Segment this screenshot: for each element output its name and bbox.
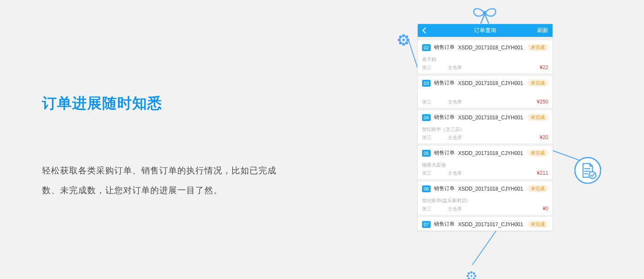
- order-person: 张三: [422, 134, 431, 141]
- decor-line: [553, 150, 601, 169]
- svg-point-9: [402, 39, 405, 41]
- order-code: XSDD_20171018_CJYH001: [458, 150, 523, 156]
- order-item[interactable]: 05 销售订单 XSDD_20171018_CJYH001 未完成 物美大卖场 …: [418, 146, 553, 179]
- bow-icon: [470, 6, 500, 24]
- order-type: 销售订单: [434, 114, 455, 121]
- status-badge: 未完成: [527, 221, 548, 228]
- order-customer: 世纪联华(益乐新村店): [422, 197, 548, 204]
- status-badge: 未完成: [527, 44, 548, 51]
- order-warehouse: 主仓库: [448, 170, 462, 176]
- order-person: 张三: [422, 170, 431, 176]
- order-query-panel: 订单查询 刷新 02 销售订单 XSDD_20171018_CJYH001 未完…: [417, 24, 553, 231]
- svg-point-18: [471, 275, 472, 277]
- order-seq-badge: 07: [422, 221, 431, 228]
- order-list: 02 销售订单 XSDD_20171018_CJYH001 未完成 老干妈 张三…: [418, 40, 553, 230]
- order-customer: 老干妈: [422, 56, 548, 63]
- order-person: 张三: [422, 64, 431, 71]
- document-check-icon: [574, 157, 601, 184]
- svg-point-12: [467, 275, 469, 277]
- order-item[interactable]: 04 销售订单 XSDD_20171018_CJYH001 未完成 世纪联华（文…: [418, 110, 553, 143]
- svg-point-2: [402, 43, 405, 46]
- hero-title: 订单进展随时知悉: [42, 94, 283, 113]
- order-seq-badge: 02: [422, 44, 431, 51]
- svg-point-3: [398, 39, 401, 42]
- order-warehouse: 主仓库: [448, 99, 462, 105]
- order-person: 张三: [422, 99, 431, 105]
- status-badge: 未完成: [527, 185, 548, 192]
- status-badge: 未完成: [527, 149, 548, 157]
- panel-title: 订单查询: [418, 27, 553, 34]
- order-item[interactable]: 07 销售订单 XSDD_20171017_CJYH001 未完成: [418, 217, 553, 230]
- svg-point-5: [399, 36, 402, 39]
- order-customer: 世纪联华（文三店）: [422, 126, 548, 133]
- svg-point-17: [473, 277, 475, 279]
- status-badge: 未完成: [527, 79, 548, 87]
- panel-header: 订单查询 刷新: [418, 24, 553, 37]
- svg-point-6: [405, 36, 408, 39]
- order-item[interactable]: 02 销售订单 XSDD_20171018_CJYH001 未完成 老干妈 张三…: [418, 40, 553, 73]
- order-code: XSDD_20171017_CJYH001: [458, 221, 523, 227]
- order-type: 销售订单: [434, 185, 455, 192]
- order-warehouse: 主仓库: [448, 64, 462, 71]
- order-seq-badge: 03: [422, 80, 431, 87]
- svg-point-10: [470, 271, 472, 273]
- svg-point-8: [405, 42, 408, 45]
- order-code: XSDD_20171018_CJYH001: [458, 45, 523, 51]
- svg-point-14: [468, 272, 470, 274]
- order-type: 销售订单: [434, 221, 455, 228]
- svg-point-0: [483, 12, 486, 14]
- order-amount: ¥0: [543, 206, 548, 212]
- flower-icon: [397, 33, 410, 46]
- order-amount: ¥22: [540, 64, 548, 70]
- order-person: 张三: [422, 206, 431, 212]
- svg-point-7: [399, 42, 402, 45]
- order-code: XSDD_20171018_CJYH001: [458, 115, 523, 121]
- hero-copy: 订单进展随时知悉 轻松获取各类采购订单、销售订单的执行情况，比如已完成数、未完成…: [42, 94, 283, 200]
- order-customer: 物美大卖场: [422, 162, 548, 168]
- status-badge: 未完成: [527, 114, 548, 121]
- svg-point-4: [407, 39, 410, 42]
- order-warehouse: 主仓库: [448, 134, 462, 141]
- order-item[interactable]: 03 销售订单 XSDD_20171018_CJYH001 未完成 张三 主仓库…: [418, 76, 553, 108]
- order-code: XSDD_20171018_CJYH001: [458, 186, 523, 192]
- back-button[interactable]: [418, 27, 431, 33]
- order-warehouse: 主仓库: [448, 206, 462, 212]
- refresh-button[interactable]: 刷新: [537, 27, 553, 34]
- hero-body: 轻松获取各类采购订单、销售订单的执行情况，比如已完成数、未完成数，让您对订单的进…: [42, 161, 283, 200]
- order-code: XSDD_20171018_CJYH001: [458, 80, 523, 86]
- order-customer: [422, 92, 548, 97]
- svg-point-20: [589, 172, 596, 179]
- svg-point-16: [468, 277, 470, 279]
- order-item[interactable]: 06 销售订单 XSDD_20171018_CJYH001 未完成 世纪联华(益…: [418, 182, 553, 215]
- order-seq-badge: 06: [422, 185, 431, 192]
- svg-point-19: [575, 158, 601, 183]
- svg-point-15: [473, 272, 475, 274]
- order-type: 销售订单: [434, 79, 455, 87]
- svg-point-13: [474, 275, 476, 277]
- order-type: 销售订单: [434, 44, 455, 51]
- flower-icon: [466, 270, 477, 279]
- order-seq-badge: 04: [422, 114, 431, 121]
- order-type: 销售订单: [434, 149, 455, 157]
- chevron-left-icon: [422, 27, 426, 33]
- order-seq-badge: 05: [422, 150, 431, 157]
- order-amount: ¥20: [540, 134, 548, 140]
- svg-point-1: [402, 34, 405, 37]
- order-amount: ¥211: [537, 170, 548, 176]
- order-amount: ¥250: [537, 99, 548, 105]
